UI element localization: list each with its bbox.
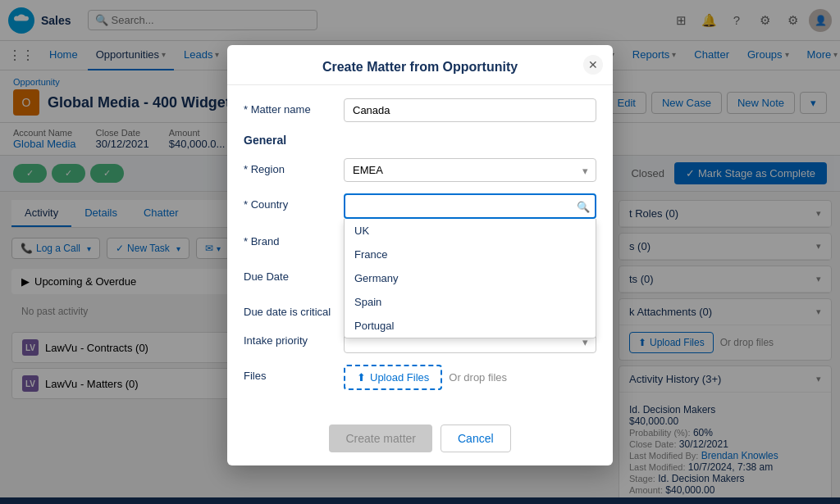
country-option-germany[interactable]: Germany xyxy=(345,266,596,290)
general-section-title: General xyxy=(244,134,596,147)
create-matter-modal: Create Matter from Opportunity ✕ * Matte… xyxy=(227,45,613,465)
country-row: * Country 🔍 UK France Germany Spain Port… xyxy=(244,193,596,219)
country-dropdown: UK France Germany Spain Portugal xyxy=(344,219,596,338)
country-option-uk[interactable]: UK xyxy=(345,219,596,243)
create-matter-button[interactable]: Create matter xyxy=(329,425,432,452)
files-label: Files xyxy=(244,365,334,382)
upload-files-button[interactable]: ⬆ Upload Files xyxy=(344,365,442,390)
country-option-spain[interactable]: Spain xyxy=(345,290,596,314)
modal-body: * Matter name General * Region EMEA APAC… xyxy=(227,85,613,415)
modal-overlay: Create Matter from Opportunity ✕ * Matte… xyxy=(0,0,840,504)
region-select-wrapper[interactable]: EMEA APAC AMER LATAM xyxy=(344,158,596,182)
due-date-label: Due Date xyxy=(244,266,334,283)
files-row: Files ⬆ Upload Files Or drop files xyxy=(244,365,596,390)
modal-close-button[interactable]: ✕ xyxy=(583,55,603,75)
modal-header: Create Matter from Opportunity xyxy=(227,45,613,85)
country-option-france[interactable]: France xyxy=(345,243,596,266)
close-icon: ✕ xyxy=(588,58,598,71)
country-option-portugal[interactable]: Portugal xyxy=(345,314,596,338)
region-select[interactable]: EMEA APAC AMER LATAM xyxy=(344,158,596,182)
matter-name-row: * Matter name xyxy=(244,98,596,122)
file-upload-area: ⬆ Upload Files Or drop files xyxy=(344,365,507,390)
brand-label: * Brand xyxy=(244,230,334,247)
country-label: * Country xyxy=(244,193,334,211)
drop-files-label: Or drop files xyxy=(449,371,507,384)
country-search-input[interactable] xyxy=(344,193,596,219)
country-search-wrapper: 🔍 UK France Germany Spain Portugal xyxy=(344,193,596,219)
matter-name-input[interactable] xyxy=(344,98,596,122)
intake-priority-label: Intake priority xyxy=(244,329,334,347)
upload-icon: ⬆ xyxy=(357,371,366,384)
search-icon: 🔍 xyxy=(577,200,590,212)
matter-name-label: * Matter name xyxy=(244,98,334,116)
region-row: * Region EMEA APAC AMER LATAM xyxy=(244,158,596,182)
due-date-critical-label: Due date is critical xyxy=(244,301,334,318)
cancel-button[interactable]: Cancel xyxy=(441,425,511,452)
region-label: * Region xyxy=(244,158,334,175)
modal-title: Create Matter from Opportunity xyxy=(244,60,596,75)
modal-footer: Create matter Cancel xyxy=(227,415,613,465)
